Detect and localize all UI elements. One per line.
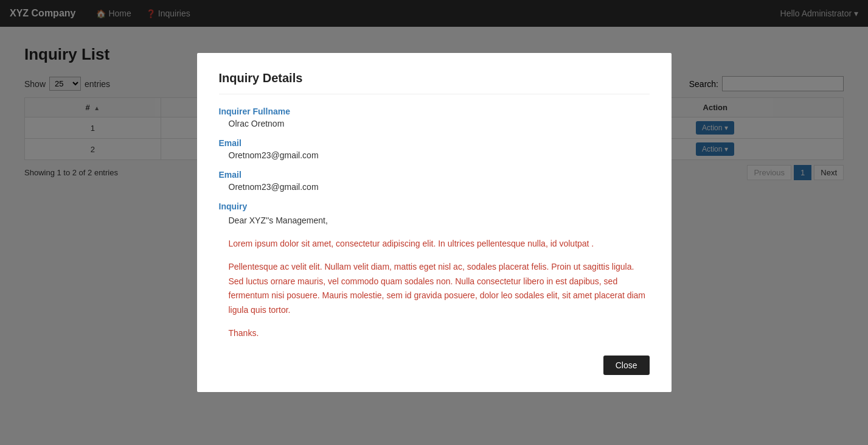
inquiry-para2: Pellentesque ac velit elit. Nullam velit… (229, 260, 650, 318)
modal-overlay: Inquiry Details Inquirer Fullname Olrac … (0, 0, 868, 445)
modal-title: Inquiry Details (219, 71, 650, 94)
field-label-inquiry: Inquiry (219, 201, 650, 211)
field-value-email1: Oretnom23@gmail.com (219, 150, 650, 160)
modal-footer: Close (219, 356, 650, 375)
field-value-fullname: Olrac Oretnom (219, 119, 650, 128)
inquiry-text: Dear XYZ''s Management, Lorem ipsum dolo… (219, 214, 650, 341)
field-label-email1: Email (219, 138, 650, 148)
inquiry-details-modal: Inquiry Details Inquirer Fullname Olrac … (197, 53, 672, 392)
inquiry-greeting: Dear XYZ''s Management, (229, 214, 650, 228)
inquiry-para1: Lorem ipsum dolor sit amet, consectetur … (229, 237, 650, 251)
field-label-fullname: Inquirer Fullname (219, 107, 650, 116)
inquiry-thanks: Thanks. (229, 326, 650, 341)
field-label-email2: Email (219, 170, 650, 180)
close-button[interactable]: Close (603, 356, 650, 375)
field-value-email2: Oretnom23@gmail.com (219, 182, 650, 192)
